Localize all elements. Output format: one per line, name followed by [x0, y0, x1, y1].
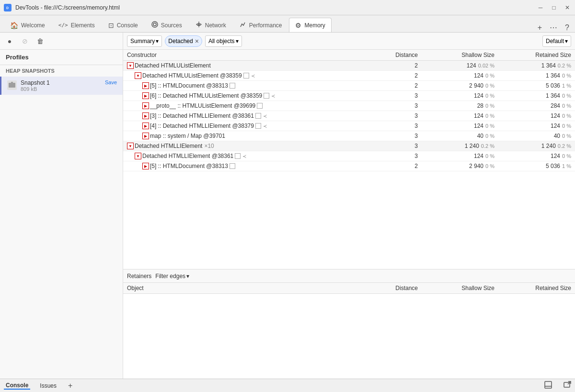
snapshot-save-button[interactable]: Save [105, 79, 117, 85]
retained-size-cell: 5 0361 % [498, 81, 575, 91]
tab-elements[interactable]: </> Elements [52, 18, 101, 32]
col-header-retained[interactable]: Retained Size [498, 50, 575, 61]
node-box-icon[interactable] [243, 73, 249, 78]
shallow-size-cell: 280 % [422, 101, 498, 111]
node-box-icon[interactable] [230, 163, 235, 169]
retainer-col-object[interactable]: Object [123, 283, 383, 294]
link-icon[interactable]: ≺ [270, 93, 276, 99]
collapse-icon[interactable]: ▼ [135, 153, 141, 159]
collapse-icon[interactable]: ▼ [135, 72, 141, 79]
upper-table[interactable]: Constructor Distance Shallow Size Retain… [123, 50, 575, 269]
node-box-icon[interactable] [255, 123, 261, 129]
link-icon[interactable]: ≺ [262, 123, 268, 129]
table-row[interactable]: ▶map :: system / Map @397013400 %400 % [123, 131, 575, 141]
tab-welcome[interactable]: 🏠 Welcome [4, 18, 51, 32]
link-icon[interactable]: ≺ [262, 113, 268, 119]
elements-icon: </> [58, 22, 68, 28]
filter-edges-button[interactable]: Filter edges ▾ [155, 273, 189, 280]
undock-button[interactable] [564, 381, 571, 390]
expand-icon[interactable]: ▶ [142, 82, 149, 89]
minimize-button[interactable]: ─ [537, 4, 544, 11]
heap-snapshots-label: HEAP SNAPSHOTS [0, 65, 123, 77]
expand-icon[interactable]: ▶ [142, 123, 149, 129]
table-row[interactable]: ▶__proto__ :: HTMLUListElement @39699328… [123, 101, 575, 111]
node-box-icon[interactable] [257, 103, 263, 109]
col-header-shallow[interactable]: Shallow Size [422, 50, 498, 61]
tab-sources[interactable]: Sources [145, 18, 188, 32]
node-box-icon[interactable] [264, 93, 269, 99]
table-row[interactable]: ▼Detached HTMLLIElement @38361≺31240 %12… [123, 151, 575, 161]
tab-memory[interactable]: ⚙ Memory [289, 18, 331, 32]
retainer-col-shallow[interactable]: Shallow Size [422, 283, 498, 294]
table-row[interactable]: ▼Detached HTMLLIElement×1031 2400.2 %1 2… [123, 141, 575, 151]
retained-size-cell: 5 0361 % [498, 161, 575, 171]
filter-clear-button[interactable]: × [195, 38, 199, 45]
shallow-size-cell: 400 % [422, 131, 498, 141]
summary-dropdown[interactable]: Summary ▾ [127, 35, 162, 47]
constructor-cell: ▶[3] :: Detached HTMLLIElement @38361≺ [123, 111, 383, 121]
table-row[interactable]: ▼Detached HTMLUListElement21240.02 %1 36… [123, 61, 575, 71]
tab-performance[interactable]: Performance [233, 18, 288, 32]
profiles-label: Profiles [0, 50, 123, 65]
bottom-tab-console[interactable]: Console [4, 382, 30, 390]
table-row[interactable]: ▶[4] :: Detached HTMLLIElement @38379≺31… [123, 121, 575, 131]
table-row[interactable]: ▶[6] :: Detached HTMLUListElement @38359… [123, 91, 575, 101]
constructor-cell: ▼Detached HTMLUListElement [123, 61, 383, 71]
maximize-button[interactable]: □ [550, 4, 558, 11]
all-objects-dropdown[interactable]: All objects ▾ [205, 35, 242, 47]
performance-icon [240, 21, 246, 29]
title-bar: D DevTools - file:///C:/screens/memory.h… [0, 0, 575, 15]
retainer-col-retained[interactable]: Retained Size [498, 283, 575, 294]
distance-cell: 3 [383, 91, 422, 101]
table-row[interactable]: ▶[5] :: HTMLDocument @3831322 9400 %5 03… [123, 161, 575, 171]
node-box-icon[interactable] [235, 153, 241, 159]
link-icon[interactable]: ≺ [250, 73, 256, 78]
close-button[interactable]: ✕ [564, 4, 571, 11]
stop-button[interactable]: ⊘ [19, 35, 31, 47]
constructor-label: Detached HTMLLIElement×10 [135, 143, 214, 149]
sort-order-dropdown[interactable]: Default ▾ [542, 35, 571, 47]
tab-network[interactable]: Network [189, 18, 232, 32]
collapse-icon[interactable]: ▼ [127, 62, 134, 69]
record-button[interactable]: ● [4, 35, 15, 47]
retainers-section: Retainers Filter edges ▾ Object Distance… [123, 269, 575, 379]
bottom-add-button[interactable]: + [68, 381, 72, 390]
collapse-icon[interactable]: ▼ [127, 143, 134, 149]
expand-icon[interactable]: ▶ [142, 163, 149, 169]
constructor-label: Detached HTMLUListElement @38359 [142, 72, 242, 79]
dock-button[interactable] [544, 381, 552, 390]
retained-size-cell: 1240 % [498, 121, 575, 131]
more-tabs-button[interactable]: ⋯ [548, 23, 559, 32]
expand-icon[interactable]: ▶ [142, 133, 149, 139]
table-row[interactable]: ▶[3] :: Detached HTMLLIElement @38361≺31… [123, 111, 575, 121]
distance-cell: 3 [383, 141, 422, 151]
bottom-bar: Console Issues + [0, 379, 575, 392]
node-box-icon[interactable] [255, 113, 261, 119]
table-row[interactable]: ▼Detached HTMLUListElement @38359≺21240 … [123, 71, 575, 81]
retained-size-cell: 1 3640.2 % [498, 61, 575, 71]
sources-icon [151, 21, 158, 29]
sidebar: ● ⊘ 🗑 Profiles HEAP SNAPSHOTS Snapshot 1… [0, 33, 123, 379]
table-row[interactable]: ▶[5] :: HTMLDocument @3831322 9400 %5 03… [123, 81, 575, 91]
clear-button[interactable]: 🗑 [34, 35, 46, 47]
link-icon[interactable]: ≺ [242, 153, 247, 159]
distance-cell: 3 [383, 131, 422, 141]
help-button[interactable]: ? [563, 23, 571, 32]
summary-chevron-icon: ▾ [156, 38, 159, 45]
tab-console[interactable]: ⊡ Console [102, 18, 144, 32]
shallow-size-cell: 1240 % [422, 91, 498, 101]
expand-icon[interactable]: ▶ [142, 102, 149, 109]
add-tab-button[interactable]: + [536, 23, 544, 32]
retainer-col-distance[interactable]: Distance [383, 283, 422, 294]
col-header-constructor[interactable]: Constructor [123, 50, 383, 61]
retainers-table-container[interactable]: Object Distance Shallow Size Retained Si… [123, 283, 575, 379]
constructor-cell: ▶[5] :: HTMLDocument @38313 [123, 161, 383, 171]
expand-icon[interactable]: ▶ [142, 112, 149, 119]
snapshot-item[interactable]: Snapshot 1 809 kB Save [0, 77, 123, 95]
expand-icon[interactable]: ▶ [142, 92, 149, 99]
col-header-distance[interactable]: Distance [383, 50, 422, 61]
distance-cell: 3 [383, 151, 422, 161]
node-box-icon[interactable] [230, 83, 235, 89]
bottom-tab-issues[interactable]: Issues [38, 382, 58, 389]
distance-cell: 3 [383, 111, 422, 121]
